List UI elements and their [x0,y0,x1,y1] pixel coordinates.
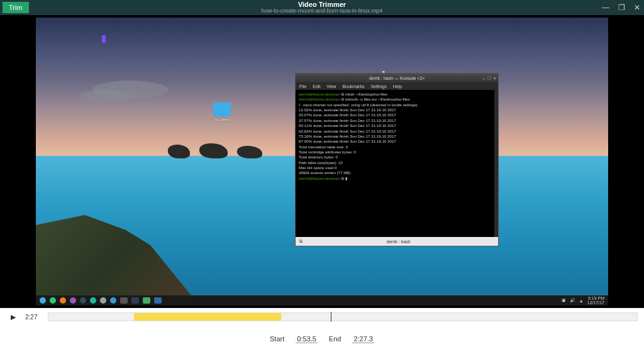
taskbar-app-icon [90,297,96,304]
taskbar-app-icon [50,297,56,304]
taskbar-left [40,297,162,304]
window-controls: — ❐ ✕ [602,3,640,12]
terminal-minimize-icon: – [482,75,485,81]
clock-date: 12/17/17 [587,300,604,305]
menu-edit: Edit [313,84,320,89]
menu-help: Help [393,84,402,89]
start-input[interactable]: 0:53.5 [296,335,318,343]
end-input[interactable]: 2:27.3 [352,335,374,343]
playhead[interactable] [331,312,331,322]
taskbar-app-icon [131,297,139,304]
playback-controls: ▶ 2:27 [0,308,644,326]
maximize-icon[interactable]: ❐ [618,3,625,12]
desktop-folder-icon: iso-files [213,102,231,122]
menu-view: View [326,84,336,89]
terminal-menu: File Edit View Bookmarks Settings Help [296,82,498,90]
terminal-window-controls: – □ × [482,75,496,81]
menu-bookmarks: Bookmarks [342,84,364,89]
trim-range-controls: Start 0:53.5 End 2:27.3 [0,326,644,352]
timeline[interactable] [48,312,638,321]
rock [237,146,262,158]
purple-marker-icon [102,35,106,43]
taskbar-app-icon [80,297,86,304]
clock: 9:19 PM 12/17/17 [587,296,604,305]
current-time-label: 2:27 [25,314,43,321]
terminal-statusbar: ⧉ derrik : bash [296,237,498,246]
trim-region[interactable] [134,313,281,321]
terminal-title: derrik : bash — Konsole <2> [369,76,425,80]
play-button[interactable]: ▶ [6,310,20,324]
start-label: Start [270,335,284,343]
clock-time: 9:19 PM [587,296,604,300]
taskbar-app-icon [120,297,128,304]
folder-label: iso-files [213,118,231,122]
folder-icon [213,102,231,116]
taskbar-app-icon [40,297,46,304]
file-name: how-to-create-mount-and-burn-isos-in-lin… [262,8,383,14]
rock [168,145,190,158]
taskbar-app-icon [143,297,150,304]
tray-icon: ▣ [562,298,566,303]
end-label: End [329,335,341,343]
taskbar-app-icon [110,297,116,304]
menu-file: File [299,84,306,89]
volume-icon: 🔊 [570,298,575,303]
desktop-taskbar: ▣ 🔊 ▲ 9:19 PM 12/17/17 [36,295,608,305]
taskbar-app-icon [60,297,66,304]
title-center: Video Trimmer how-to-create-mount-and-bu… [262,1,383,14]
terminal-body: derrik@fedora-desktop:~$ mkdir ~/Desktop… [296,90,498,237]
tray-icon: ▲ [579,299,584,303]
terminal-titlebar: derrik : bash — Konsole <2> – □ × [296,74,498,82]
titlebar: Trim Video Trimmer how-to-create-mount-a… [0,0,644,15]
taskbar-app-icon [154,297,162,304]
terminal-window: derrik : bash — Konsole <2> – □ × File E… [295,73,499,246]
taskbar-right: ▣ 🔊 ▲ 9:19 PM 12/17/17 [562,296,604,305]
video-frame[interactable]: iso-files ↖ derrik : bash — Konsole <2> … [36,18,608,305]
terminal-status-left-icon: ⧉ [299,239,303,244]
cloud-icon [80,90,130,102]
minimize-icon[interactable]: — [602,3,609,12]
trim-button[interactable]: Trim [3,2,29,13]
rock [199,143,228,158]
video-preview-area: iso-files ↖ derrik : bash — Konsole <2> … [0,15,644,308]
close-icon[interactable]: ✕ [634,3,640,12]
terminal-status-center: derrik : bash [386,239,411,244]
terminal-maximize-icon: □ [487,75,491,81]
terminal-scrollbar [494,90,498,237]
taskbar-app-icon [100,297,106,304]
taskbar-app-icon [70,297,76,304]
menu-settings: Settings [370,84,386,89]
rocks [168,138,281,163]
terminal-close-icon: × [493,75,496,81]
